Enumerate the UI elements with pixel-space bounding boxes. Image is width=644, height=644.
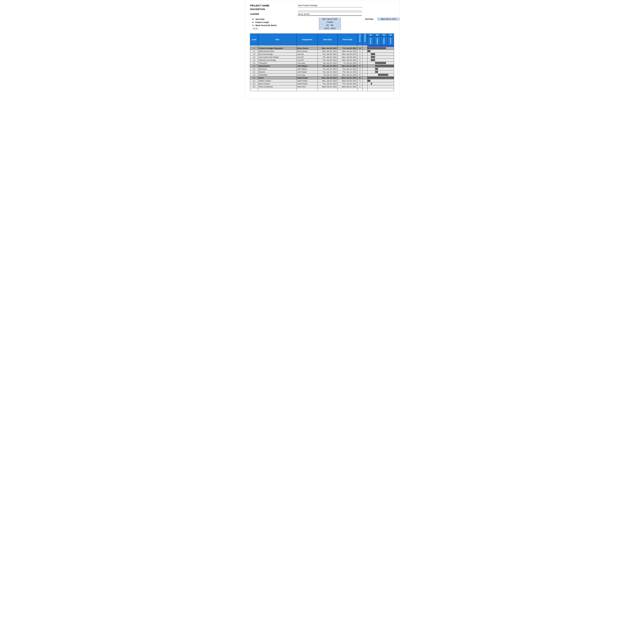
field-leader[interactable]: Bruce Jenner: [298, 13, 362, 16]
cell-assignment: John Wayne: [296, 65, 318, 67]
field-description-1[interactable]: [298, 8, 362, 11]
cell-start-date: Mon, Jan 02, 2012: [318, 47, 337, 50]
cell-finish-date: Thu, Jan 12, 2012: [337, 70, 357, 73]
cell-remaining: [362, 47, 367, 50]
cell-level: 3.1: [250, 79, 258, 82]
cell-finish-date: Mon, Jan 23, 2012: [337, 65, 357, 67]
cell-work-days: 8: [357, 62, 362, 65]
cell-task: Marketing Kit: [258, 65, 296, 67]
gantt-bar: [378, 74, 388, 76]
table-row[interactable]: 3.1Define LocationSarah ParkerMon, Jan 0…: [250, 79, 394, 82]
cell-remaining: [362, 85, 367, 88]
cell-assignment: Peter Kent: [296, 85, 318, 88]
table-row[interactable]: 1.2Box Cover DesignLisa GirlThu, Jan 05,…: [250, 53, 394, 56]
week-prev-button[interactable]: ◄: [253, 28, 255, 30]
table-row[interactable]: 3.3Press ConferencePeter KentWed, Feb 01…: [250, 85, 394, 88]
gantt-bar: [375, 62, 386, 64]
cell-start-date: Mon, Jan 02, 2012: [318, 76, 337, 79]
col-task: Task: [258, 34, 296, 45]
cell-level: 1.1: [250, 50, 258, 53]
cell-remaining: [362, 73, 367, 76]
cell-finish-date: Wed, Feb 01, 2012: [337, 85, 357, 88]
cell-finish-date: Mon, Jan 09, 2012: [337, 56, 357, 59]
table-row[interactable]: 2.2BannersJohn HarperTue, Jan 10, 2012Th…: [250, 70, 394, 73]
cell-remaining: [362, 79, 367, 82]
field-project-name[interactable]: New Product Package: [298, 4, 362, 7]
cell-finish-date: Wed, Feb 01, 2012: [337, 76, 357, 79]
cell-task: Define Location: [258, 79, 296, 82]
cell-assignment: Sarah Parker: [296, 76, 318, 79]
table-row[interactable]: 1.3User Guide Cover DesignLisa GirlThu, …: [250, 56, 394, 59]
table-row[interactable]: 2Marketing KitJohn WayneTue, Jan 10, 201…: [250, 65, 394, 67]
cell-task: Production: [258, 73, 296, 76]
cell-assignment: Bruce Jenner: [296, 50, 318, 53]
project-table: Level Task Assignment Start Date Finish …: [250, 33, 394, 91]
cell-work-days: 3: [357, 56, 362, 59]
cell-work-days: 3: [357, 67, 362, 70]
table-row[interactable]: 3.2Book LocationSarah ParkerThu, Jan 05,…: [250, 82, 394, 85]
cell-level: 3: [250, 76, 258, 79]
cell-assignment: John Wayne: [296, 67, 318, 70]
cell-work-days: 3: [357, 79, 362, 82]
cell-task: Warranty Card Design: [258, 59, 296, 62]
table-row[interactable]: 1.4Warranty Card DesignLisa GirlThu, Jan…: [250, 59, 394, 62]
cell-task: Brochures: [258, 67, 296, 70]
cell-start-date: Thu, Jan 05, 2012: [318, 82, 337, 85]
field-date-range[interactable]: 1/2/12 - 2/5/12: [319, 27, 341, 30]
gantt-bar: [367, 47, 386, 49]
cell-assignment: Sarah Parker: [296, 79, 318, 82]
cell-finish-date: Wed, Jan 04, 2012: [337, 50, 357, 53]
cell-assignment: Lois Lang: [296, 73, 318, 76]
field-description-2[interactable]: [298, 11, 362, 12]
cell-work-days: 9: [357, 65, 362, 67]
cell-assignment: Bruce Jenner: [296, 47, 318, 50]
field-end-date[interactable]: Wed, Feb 01, 2012: [378, 18, 399, 20]
triangle-icon: ▶: [253, 21, 254, 23]
label-project-name: PROJECT NAME: [250, 4, 296, 7]
cell-finish-date: Wed, Jan 04, 2012: [337, 79, 357, 82]
cell-task: Product Package Preparation: [258, 47, 296, 50]
gantt-bar: [375, 71, 378, 73]
row-start-date: ▶ Start Date: [250, 18, 296, 20]
cell-assignment: Lisa Girl: [296, 59, 318, 62]
table-row[interactable]: 1.1Define Brand NameBruce JennerMon, Jan…: [250, 50, 394, 53]
table-row[interactable]: 1Product Package PreparationBruce Jenner…: [250, 47, 394, 50]
cell-level: 2.3: [250, 73, 258, 76]
table-row[interactable]: 2.1BrochuresJohn WayneTue, Jan 10, 2012T…: [250, 67, 394, 70]
gantt-bar: [367, 50, 370, 52]
gantt-marker-row: [250, 45, 394, 47]
col-start-date: Start Date: [318, 34, 337, 45]
project-sheet: PROJECT NAME New Product Package DESCRIP…: [245, 0, 399, 99]
cell-start-date: Mon, Jan 02, 2012: [318, 50, 337, 53]
col-remaining: Remaining WI: [362, 34, 367, 45]
cell-level: 2.1: [250, 67, 258, 70]
cell-remaining: [362, 82, 367, 85]
info-block: PROJECT NAME New Product Package DESCRIP…: [250, 4, 394, 30]
field-project-length[interactable]: 5 Week: [319, 21, 341, 23]
cell-level: 1.3: [250, 56, 258, 59]
row-project-length: ▶ Project Length: [250, 21, 296, 23]
field-start-date[interactable]: Mon, Jan 02, 2012: [319, 18, 341, 20]
cell-task: Press Conference: [258, 85, 296, 88]
cell-finish-date: Thu, Jan 12, 2012: [337, 67, 357, 70]
cell-assignment: Sarah Parker: [296, 82, 318, 85]
cell-start-date: Mon, Jan 02, 2012: [318, 79, 337, 82]
cell-level: 1.2: [250, 53, 258, 56]
col-week: W1: [367, 34, 374, 36]
cell-finish-date: Mon, Jan 09, 2012: [337, 53, 357, 56]
cell-work-days: 1: [357, 82, 362, 85]
table-row[interactable]: 2.3ProductionLois LangFri, Jan 13, 2012M…: [250, 73, 394, 76]
field-week-period[interactable]: W1 - W5: [319, 24, 341, 27]
gantt-bar: [371, 56, 375, 58]
table-row[interactable]: 3EventSarah ParkerMon, Jan 02, 2012Wed, …: [250, 76, 394, 79]
gantt-cell: [367, 59, 394, 62]
cell-work-days: 3: [357, 70, 362, 73]
gantt-cell: [367, 70, 394, 73]
cell-remaining: [362, 50, 367, 53]
triangle-icon: ▶: [253, 24, 254, 26]
table-row[interactable]: 1.5ProductionLois LangTue, Jan 10, 2012F…: [250, 62, 394, 65]
row-week-period: ▶ Week Period (52 Week): [250, 24, 296, 27]
cell-assignment: Lois Lang: [296, 62, 318, 65]
cell-task: Production: [258, 62, 296, 65]
week-next-button[interactable]: ►: [255, 28, 258, 30]
